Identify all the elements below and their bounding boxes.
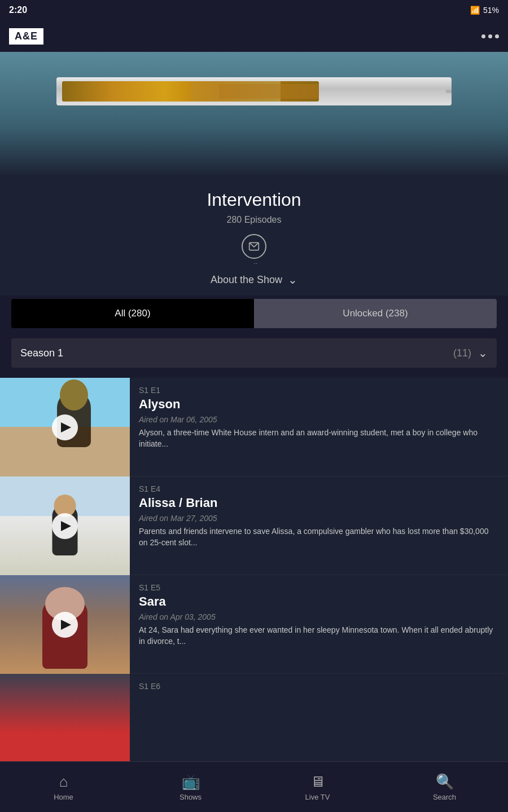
syringe-body <box>56 77 452 105</box>
season-label: Season 1 <box>20 347 453 359</box>
ep1-info: S1 E1 Alyson Aired on Mar 06, 2005 Alyso… <box>130 378 508 476</box>
ep1-play-button[interactable] <box>52 414 78 440</box>
ep3-title: Sara <box>139 594 499 609</box>
ep2-code: S1 E4 <box>139 484 499 493</box>
ep2-title: Alissa / Brian <box>139 496 499 510</box>
ep1-code: S1 E1 <box>139 386 499 395</box>
ep4-code: S1 E6 <box>139 682 499 691</box>
ep3-code: S1 E5 <box>139 583 499 592</box>
menu-button[interactable] <box>481 34 499 38</box>
shows-label: Shows <box>179 793 202 801</box>
episode-thumb-1 <box>0 378 130 476</box>
bottom-nav: ⌂ Home 📺 Shows 🖥 Live TV 🔍 Search <box>0 761 508 812</box>
about-label: About the Show <box>211 274 282 286</box>
battery-icon: 51% <box>483 6 499 15</box>
nav-home[interactable]: ⌂ Home <box>0 773 127 801</box>
dot-3 <box>495 34 499 38</box>
top-nav: A&E <box>0 20 508 52</box>
episode-thumb-2 <box>0 476 130 575</box>
ep3-aired: Aired on Apr 03, 2005 <box>139 612 499 621</box>
status-time: 2:20 <box>9 5 27 15</box>
email-svg <box>248 241 260 252</box>
house-overlay <box>191 81 281 102</box>
ep2-aired: Aired on Mar 27, 2005 <box>139 514 499 523</box>
ep2-description: Parents and friends intervene to save Al… <box>139 526 499 548</box>
show-title: Intervention <box>11 189 497 210</box>
home-icon: ⌂ <box>59 773 68 791</box>
nav-livetv[interactable]: 🖥 Live TV <box>254 773 381 801</box>
about-chevron-icon: ⌄ <box>288 273 297 286</box>
nav-shows[interactable]: 📺 Shows <box>127 773 254 801</box>
episode-thumb-4 <box>0 674 130 761</box>
season-count: (11) <box>453 347 471 359</box>
ep2-info: S1 E4 Alissa / Brian Aired on Mar 27, 20… <box>130 476 508 575</box>
about-section: About the Show ⌄ <box>0 264 508 295</box>
ae-logo[interactable]: A&E <box>9 28 43 45</box>
ep1-title: Alyson <box>139 397 499 412</box>
ep1-description: Alyson, a three-time White House intern … <box>139 427 499 449</box>
livetv-label: Live TV <box>305 793 330 801</box>
episode-item-1: S1 E1 Alyson Aired on Mar 06, 2005 Alyso… <box>0 378 508 476</box>
ep3-description: At 24, Sara had everything she ever want… <box>139 625 499 647</box>
nav-search[interactable]: 🔍 Search <box>381 773 508 801</box>
season-selector[interactable]: Season 1 (11) ⌄ <box>11 338 497 368</box>
shows-icon: 📺 <box>182 773 200 791</box>
tab-all[interactable]: All (280) <box>11 299 254 328</box>
ep1-aired: Aired on Mar 06, 2005 <box>139 415 499 424</box>
syringe-container <box>0 63 508 120</box>
home-label: Home <box>54 793 73 801</box>
hero-image <box>0 52 508 176</box>
episode-item-3: S1 E5 Sara Aired on Apr 03, 2005 At 24, … <box>0 575 508 674</box>
episode-thumb-3 <box>0 575 130 674</box>
status-bar: 2:20 📶 51% <box>0 0 508 20</box>
syringe-needle <box>446 90 452 93</box>
ep2-play-button[interactable] <box>52 513 78 539</box>
wifi-icon: 📶 <box>470 6 480 15</box>
ep3-info: S1 E5 Sara Aired on Apr 03, 2005 At 24, … <box>130 575 508 673</box>
episode-item-2: S1 E4 Alissa / Brian Aired on Mar 27, 20… <box>0 476 508 575</box>
email-icon <box>242 234 266 259</box>
filter-tabs: All (280) Unlocked (238) <box>11 299 497 328</box>
about-row[interactable]: About the Show ⌄ <box>11 273 497 286</box>
syringe-inner <box>62 81 319 102</box>
episode-count: 280 Episodes <box>11 215 497 225</box>
episodes-list: S1 E1 Alyson Aired on Mar 06, 2005 Alyso… <box>0 378 508 761</box>
dot-1 <box>481 34 485 38</box>
status-icons: 📶 51% <box>470 6 499 15</box>
dot-2 <box>488 34 492 38</box>
ep4-thumbnail <box>0 674 130 761</box>
tab-unlocked[interactable]: Unlocked (238) <box>254 299 497 328</box>
livetv-icon: 🖥 <box>310 773 325 791</box>
ep3-play-button[interactable] <box>52 612 78 638</box>
search-icon: 🔍 <box>436 773 454 791</box>
search-label: Search <box>433 793 456 801</box>
season-chevron-icon: ⌄ <box>478 346 488 360</box>
episode-item-4: S1 E6 <box>0 674 508 761</box>
ep4-info: S1 E6 <box>130 674 508 761</box>
